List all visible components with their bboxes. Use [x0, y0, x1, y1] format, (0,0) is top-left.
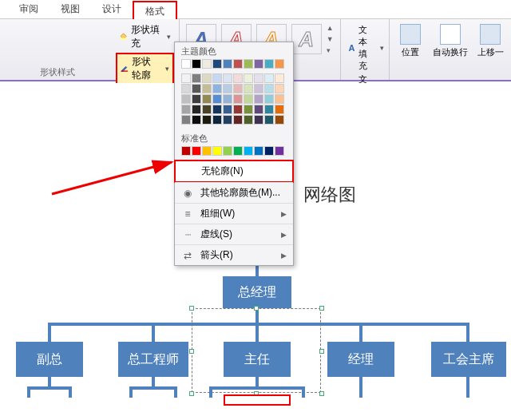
- color-swatch[interactable]: [264, 59, 274, 69]
- color-swatch[interactable]: [244, 73, 253, 83]
- color-swatch[interactable]: [275, 84, 284, 93]
- node-vp[interactable]: 副总: [16, 342, 83, 377]
- color-swatch[interactable]: [233, 115, 243, 125]
- color-swatch[interactable]: [181, 84, 191, 93]
- wrap-text-button[interactable]: 自动换行: [433, 24, 468, 75]
- resize-handle[interactable]: [319, 349, 324, 354]
- tab-format[interactable]: 格式: [133, 1, 177, 19]
- color-swatch[interactable]: [244, 59, 253, 69]
- color-swatch[interactable]: [233, 59, 243, 69]
- color-swatch[interactable]: [264, 115, 274, 125]
- resize-handle[interactable]: [189, 349, 194, 354]
- color-swatch[interactable]: [223, 84, 232, 93]
- color-swatch[interactable]: [192, 84, 201, 93]
- color-swatch[interactable]: [275, 94, 284, 104]
- color-swatch[interactable]: [275, 146, 284, 156]
- color-swatch[interactable]: [275, 59, 284, 69]
- node-union[interactable]: 工会主席: [431, 342, 506, 377]
- node-manager[interactable]: 经理: [327, 342, 394, 377]
- bring-forward-button[interactable]: 上移一: [473, 24, 508, 75]
- color-swatch[interactable]: [233, 73, 243, 83]
- color-swatch[interactable]: [212, 73, 222, 83]
- color-swatch[interactable]: [192, 146, 201, 156]
- color-swatch[interactable]: [233, 94, 243, 104]
- color-swatch[interactable]: [244, 105, 253, 114]
- color-swatch[interactable]: [212, 84, 222, 93]
- color-swatch[interactable]: [264, 84, 274, 93]
- color-swatch[interactable]: [223, 115, 232, 125]
- color-swatch[interactable]: [202, 146, 212, 156]
- color-swatch[interactable]: [244, 115, 253, 125]
- resize-handle[interactable]: [254, 306, 259, 311]
- text-fill-button[interactable]: A文本填充▾: [349, 24, 384, 72]
- color-swatch[interactable]: [181, 59, 191, 69]
- color-swatch[interactable]: [192, 59, 201, 69]
- color-swatch[interactable]: [212, 115, 222, 125]
- color-swatch[interactable]: [254, 84, 263, 93]
- resize-handle[interactable]: [319, 306, 324, 311]
- color-swatch[interactable]: [264, 105, 274, 114]
- color-swatch[interactable]: [192, 105, 201, 114]
- more-colors-item[interactable]: ◉ 其他轮廓颜色(M)...: [175, 182, 293, 203]
- wordart-gallery-more[interactable]: ▾: [327, 46, 334, 54]
- color-swatch[interactable]: [223, 59, 232, 69]
- position-button[interactable]: 位置: [393, 24, 428, 75]
- color-swatch[interactable]: [192, 94, 201, 104]
- shape-outline-button[interactable]: 形状轮廓 ▾: [116, 53, 174, 85]
- color-swatch[interactable]: [275, 105, 284, 114]
- color-swatch[interactable]: [254, 59, 263, 69]
- color-swatch[interactable]: [202, 105, 212, 114]
- color-swatch[interactable]: [181, 94, 191, 104]
- color-swatch[interactable]: [212, 94, 222, 104]
- color-swatch[interactable]: [202, 73, 212, 83]
- color-swatch[interactable]: [223, 146, 232, 156]
- color-swatch[interactable]: [212, 59, 222, 69]
- tab-view[interactable]: 视图: [50, 0, 91, 18]
- standard-colors-row[interactable]: [175, 146, 293, 160]
- color-swatch[interactable]: [233, 105, 243, 114]
- resize-handle[interactable]: [319, 391, 324, 396]
- shape-fill-button[interactable]: 形状填充 ▾: [116, 22, 174, 51]
- wordart-preset-4[interactable]: A: [291, 24, 322, 54]
- node-gm[interactable]: 总经理: [223, 276, 291, 308]
- color-swatch[interactable]: [264, 146, 274, 156]
- color-swatch[interactable]: [264, 94, 274, 104]
- weight-item[interactable]: ≡ 粗细(W) ▶: [175, 203, 293, 224]
- color-swatch[interactable]: [192, 73, 201, 83]
- tab-design[interactable]: 设计: [91, 0, 133, 18]
- color-swatch[interactable]: [233, 84, 243, 93]
- resize-handle[interactable]: [189, 306, 194, 311]
- color-swatch[interactable]: [202, 115, 212, 125]
- arrows-item[interactable]: ⇄ 箭头(R) ▶: [175, 244, 293, 265]
- color-swatch[interactable]: [254, 94, 263, 104]
- color-swatch[interactable]: [275, 115, 284, 125]
- color-swatch[interactable]: [192, 115, 201, 125]
- color-swatch[interactable]: [264, 73, 274, 83]
- color-swatch[interactable]: [202, 94, 212, 104]
- node-chief-eng[interactable]: 总工程师: [118, 342, 188, 377]
- color-swatch[interactable]: [244, 146, 253, 156]
- color-swatch[interactable]: [233, 146, 243, 156]
- tab-review[interactable]: 审阅: [8, 0, 50, 18]
- color-swatch[interactable]: [202, 84, 212, 93]
- color-swatch[interactable]: [223, 73, 232, 83]
- wordart-gallery-down[interactable]: ▼: [327, 35, 334, 43]
- color-swatch[interactable]: [275, 73, 284, 83]
- theme-shades-grid[interactable]: [175, 73, 293, 129]
- color-swatch[interactable]: [181, 73, 191, 83]
- color-swatch[interactable]: [181, 146, 191, 156]
- color-swatch[interactable]: [202, 59, 212, 69]
- color-swatch[interactable]: [181, 115, 191, 125]
- no-outline-item[interactable]: 无轮廓(N): [174, 160, 294, 183]
- color-swatch[interactable]: [212, 146, 222, 156]
- color-swatch[interactable]: [223, 105, 232, 114]
- color-swatch[interactable]: [254, 115, 263, 125]
- color-swatch[interactable]: [244, 94, 253, 104]
- color-swatch[interactable]: [181, 105, 191, 114]
- resize-handle[interactable]: [189, 391, 194, 396]
- theme-colors-row[interactable]: [175, 59, 293, 73]
- color-swatch[interactable]: [223, 94, 232, 104]
- dashes-item[interactable]: ┈ 虚线(S) ▶: [175, 224, 293, 244]
- color-swatch[interactable]: [244, 84, 253, 93]
- color-swatch[interactable]: [254, 146, 263, 156]
